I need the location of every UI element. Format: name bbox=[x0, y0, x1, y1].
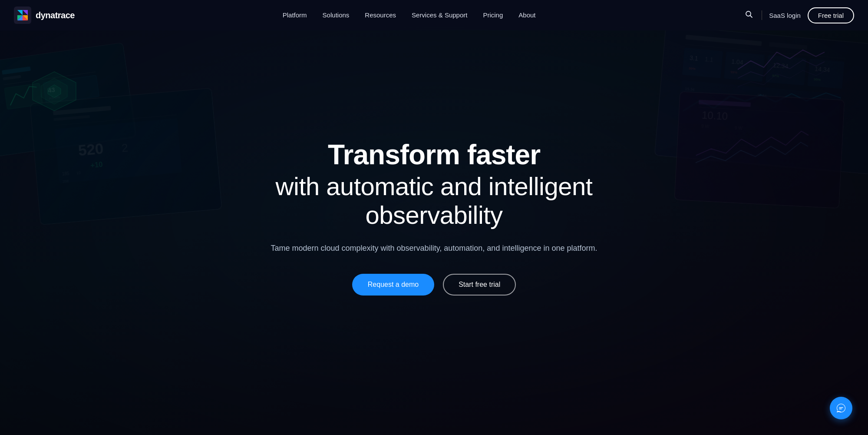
nav-links: Platform Solutions Resources Services & … bbox=[283, 11, 536, 19]
chat-icon bbox=[836, 403, 846, 413]
dynatrace-logo-icon bbox=[14, 7, 31, 24]
request-demo-button[interactable]: Request a demo bbox=[352, 274, 434, 296]
free-trial-nav-button[interactable]: Free trial bbox=[808, 7, 854, 23]
svg-line-8 bbox=[750, 15, 752, 17]
search-icon[interactable] bbox=[743, 9, 755, 22]
saas-login-link[interactable]: SaaS login bbox=[769, 12, 801, 19]
navbar: dynatrace Platform Solutions Resources S… bbox=[0, 0, 868, 30]
hero-section: 43 AS 0% 520 2 185 10 +10 208 bbox=[0, 0, 868, 435]
hero-title-light: with automatic and intelligent observabi… bbox=[236, 172, 632, 230]
hero-title-bold: Transform faster bbox=[236, 139, 632, 170]
nav-item-services-support[interactable]: Services & Support bbox=[412, 11, 467, 19]
nav-item-platform[interactable]: Platform bbox=[283, 11, 307, 19]
hero-content: Transform faster with automatic and inte… bbox=[226, 139, 643, 296]
nav-right: SaaS login Free trial bbox=[743, 7, 854, 23]
hero-subtitle: Tame modern cloud complexity with observ… bbox=[236, 242, 632, 255]
logo-text: dynatrace bbox=[36, 10, 75, 20]
chat-support-button[interactable] bbox=[830, 397, 852, 419]
hero-buttons: Request a demo Start free trial bbox=[236, 274, 632, 296]
start-free-trial-button[interactable]: Start free trial bbox=[443, 274, 516, 296]
nav-item-resources[interactable]: Resources bbox=[365, 11, 396, 19]
logo-link[interactable]: dynatrace bbox=[14, 7, 75, 24]
nav-item-solutions[interactable]: Solutions bbox=[323, 11, 350, 19]
nav-item-pricing[interactable]: Pricing bbox=[483, 11, 503, 19]
nav-divider bbox=[762, 10, 762, 20]
nav-item-about[interactable]: About bbox=[518, 11, 535, 19]
